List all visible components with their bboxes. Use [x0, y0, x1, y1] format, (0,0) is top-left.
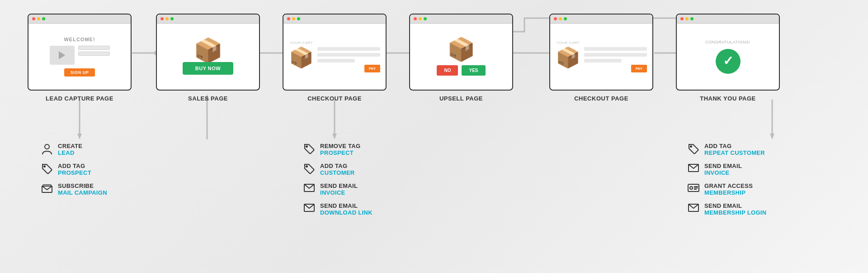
svg-point-22	[44, 166, 45, 167]
tag-icon-remove	[303, 144, 316, 154]
add-tag-repeat-value: REPEAT CUSTOMER	[704, 149, 765, 156]
dot-red	[680, 17, 684, 20]
tag-icon-3	[687, 144, 700, 154]
send-email-invoice-2-text: SEND EMAIL INVOICE	[704, 163, 742, 176]
lead-capture-page: WELCOME! SIGN UP L	[27, 14, 132, 102]
checkout1-browser: YOUR CART 📦 PAY	[283, 14, 387, 91]
checkmark-circle: ✓	[716, 49, 741, 74]
send-email-invoice-label: SEND EMAIL	[320, 182, 358, 189]
svg-point-29	[690, 146, 692, 147]
mail-stack-icon	[41, 183, 53, 195]
action-subscribe: SUBSCRIBE MAIL CAMPAIGN	[41, 182, 107, 196]
lead-welcome-text: WELCOME!	[64, 37, 95, 42]
checkout1-browser-bar	[283, 14, 386, 24]
cart-right: PAY	[317, 41, 380, 72]
remove-tag-text: REMOVE TAG PROSPECT	[320, 143, 360, 156]
tag-icon-2	[303, 163, 316, 174]
signup-button[interactable]: SIGN UP	[64, 68, 95, 77]
thankyou-label: THANK YOU PAGE	[700, 95, 756, 102]
checkmark-symbol: ✓	[723, 55, 733, 67]
thankyou-browser: CONGRATULATIONS! ✓	[676, 14, 780, 91]
dot-yellow	[165, 17, 169, 20]
envelope-icon-4	[687, 203, 700, 212]
action-create-lead: CREATE LEAD	[41, 143, 107, 156]
action-add-tag-repeat: ADD TAG REPEAT CUSTOMER	[687, 143, 766, 156]
dot-green	[42, 17, 45, 20]
create-lead-text: CREATE LEAD	[58, 143, 82, 156]
congrats-title: CONGRATULATIONS!	[705, 40, 750, 44]
buy-now-button[interactable]: BUY NOW	[183, 62, 233, 75]
svg-marker-16	[332, 134, 337, 139]
cart-right-2: PAY	[584, 41, 647, 72]
create-label: CREATE	[58, 143, 82, 149]
checkout2-label: CHECKOUT PAGE	[574, 95, 628, 102]
dot-green	[564, 17, 567, 20]
action-send-email-invoice: SEND EMAIL INVOICE	[303, 182, 373, 196]
create-value: LEAD	[58, 149, 82, 156]
dot-green	[690, 17, 693, 20]
checkout1-browser-content: YOUR CART 📦 PAY	[283, 24, 386, 90]
cart-left-2: YOUR CART 📦	[556, 41, 580, 67]
mock-line-5	[584, 53, 647, 57]
action-send-email-membership: SEND EMAIL MEMBERSHIP LOGIN	[687, 202, 766, 216]
subscribe-text: SUBSCRIBE MAIL CAMPAIGN	[58, 182, 107, 196]
yes-button[interactable]: YES	[462, 65, 485, 76]
lead-page-inner: WELCOME! SIGN UP	[32, 37, 127, 77]
sales-browser-bar	[157, 14, 259, 24]
sales-page-label: SALES PAGE	[188, 95, 228, 102]
lead-browser: WELCOME! SIGN UP	[28, 14, 132, 91]
sales-page: 📦 BUY NOW SALES PAGE	[156, 14, 260, 102]
sales-browser: 📦 BUY NOW	[156, 14, 260, 91]
add-tag-repeat-text: ADD TAG REPEAT CUSTOMER	[704, 143, 765, 156]
no-button[interactable]: NO	[437, 65, 458, 76]
dot-yellow	[419, 17, 422, 20]
pay-button-2[interactable]: PAY	[631, 65, 647, 72]
dot-yellow	[559, 17, 562, 20]
cart-title-2: YOUR CART	[557, 41, 580, 45]
sales-inner: 📦 BUY NOW	[183, 27, 233, 86]
add-tag-prospect-text: ADD TAG PROSPECT	[58, 163, 91, 176]
pay-button[interactable]: PAY	[364, 65, 380, 72]
dot-yellow	[685, 17, 689, 20]
dot-red	[554, 17, 557, 20]
thankyou-page: CONGRATULATIONS! ✓ THANK YOU PAGE	[676, 14, 780, 102]
add-tag-prospect-label: ADD TAG	[58, 163, 91, 169]
upsell-inner: 📦 NO YES	[437, 27, 485, 86]
checkout2-browser-content: YOUR CART 📦 PAY	[550, 24, 652, 90]
envelope-icon-2	[303, 203, 316, 212]
lead-actions-group: CREATE LEAD ADD TAG PROSPECT	[41, 143, 107, 196]
svg-rect-24	[43, 185, 51, 186]
envelope-icon-1	[303, 183, 316, 192]
action-send-email-invoice-2: SEND EMAIL INVOICE	[687, 163, 766, 176]
checkout2-inner: YOUR CART 📦 PAY	[554, 41, 649, 72]
send-email-membership-label: SEND EMAIL	[704, 202, 766, 209]
main-container: NO YES WELCOME!	[0, 0, 868, 273]
sales-browser-content: 📦 BUY NOW	[157, 24, 259, 90]
remove-tag-label: REMOVE TAG	[320, 143, 360, 149]
send-email-download-label: SEND EMAIL	[320, 202, 373, 209]
add-tag-customer-value: CUSTOMER	[320, 169, 355, 176]
checkout2-browser: YOUR CART 📦 PAY	[549, 14, 653, 91]
action-grant-access: GRANT ACCESS MEMBERSHIP	[687, 182, 766, 196]
checkout2-browser-bar	[550, 14, 652, 24]
mock-line-1	[317, 47, 380, 51]
lead-capture-label: LEAD CAPTURE PAGE	[46, 95, 113, 102]
dot-red	[414, 17, 417, 20]
svg-point-26	[306, 166, 307, 167]
cart-left: YOUR CART 📦	[289, 41, 314, 67]
grant-access-text: GRANT ACCESS MEMBERSHIP	[704, 182, 753, 196]
grant-access-value: MEMBERSHIP	[704, 189, 753, 196]
send-email-invoice-2-value: INVOICE	[704, 169, 742, 176]
add-tag-customer-text: ADD TAG CUSTOMER	[320, 163, 355, 176]
package-icon: 📦	[193, 38, 223, 62]
svg-marker-12	[77, 134, 82, 139]
lead-browser-content: WELCOME! SIGN UP	[28, 24, 131, 90]
action-remove-tag: REMOVE TAG PROSPECT	[303, 143, 373, 156]
play-icon	[59, 51, 65, 59]
send-email-download-value: DOWNLOAD LINK	[320, 209, 373, 216]
send-email-invoice-text: SEND EMAIL INVOICE	[320, 182, 358, 196]
svg-marker-18	[770, 134, 774, 139]
action-add-tag-prospect: ADD TAG PROSPECT	[41, 163, 107, 176]
thankyou-browser-bar	[677, 14, 779, 24]
send-email-membership-text: SEND EMAIL MEMBERSHIP LOGIN	[704, 202, 766, 216]
